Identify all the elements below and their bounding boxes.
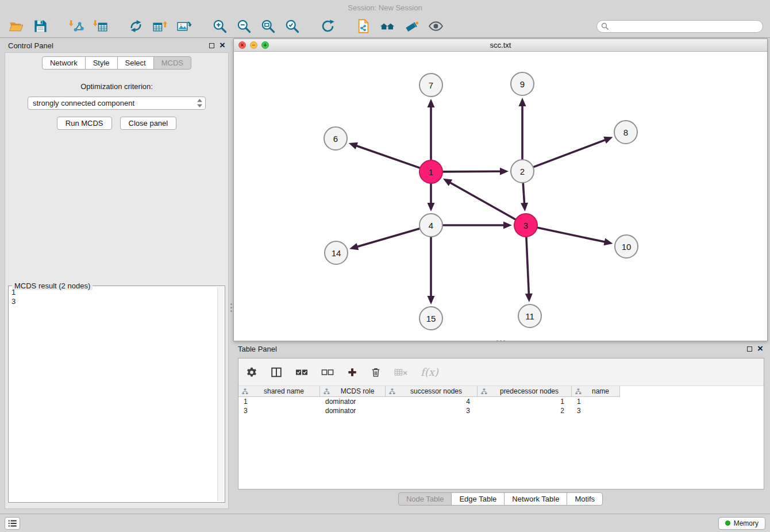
edge-1-7[interactable] <box>428 99 435 160</box>
cell-successor-nodes[interactable]: 3 <box>386 406 478 415</box>
node-10[interactable]: 10 <box>615 235 638 258</box>
memory-button[interactable]: Memory <box>718 517 765 530</box>
tab-mcds[interactable]: MCDS <box>153 56 191 70</box>
tab-style[interactable]: Style <box>85 56 118 70</box>
close-panel-icon[interactable]: × <box>220 41 225 49</box>
float-table-panel-icon[interactable] <box>747 346 752 352</box>
edge-3-1[interactable] <box>443 179 515 219</box>
close-panel-button[interactable]: Close panel <box>120 117 177 130</box>
refresh-view-icon[interactable] <box>318 17 337 36</box>
export-table-icon[interactable] <box>151 17 169 36</box>
new-network-from-selection-icon[interactable] <box>354 17 372 36</box>
tab-select[interactable]: Select <box>117 56 154 70</box>
edge-1-4[interactable] <box>428 184 435 211</box>
zoom-selected-icon[interactable] <box>283 17 301 36</box>
edge-4-15[interactable] <box>428 237 435 304</box>
table-tab-network-table[interactable]: Network Table <box>504 492 567 506</box>
table-tab-edge-table[interactable]: Edge Table <box>451 492 505 506</box>
table-toolbar: f(x) <box>238 358 764 386</box>
close-window-icon[interactable]: × <box>238 41 246 49</box>
window-controls: × − + <box>238 41 269 49</box>
edge-1-6[interactable] <box>349 142 420 168</box>
edge-1-2[interactable] <box>443 168 509 175</box>
svg-text:4: 4 <box>429 221 433 230</box>
tab-network[interactable]: Network <box>42 56 86 70</box>
network-window-titlebar[interactable]: × − + scc.txt <box>234 39 767 52</box>
node-4[interactable]: 4 <box>419 214 442 237</box>
maximize-window-icon[interactable]: + <box>261 41 269 49</box>
panel-splitter[interactable] <box>230 299 233 316</box>
add-column-icon[interactable] <box>346 367 358 378</box>
edge-4-3[interactable] <box>443 222 512 229</box>
zoom-fit-icon[interactable] <box>259 17 277 36</box>
node-6[interactable]: 6 <box>324 127 347 150</box>
deselect-all-icon[interactable] <box>321 367 334 378</box>
result-value: 3 <box>11 297 215 306</box>
node-7[interactable]: 7 <box>419 74 442 97</box>
delete-column-icon[interactable] <box>370 367 382 378</box>
edge-3-11[interactable] <box>525 237 533 302</box>
delete-table-icon[interactable] <box>394 367 409 378</box>
svg-text:8: 8 <box>623 128 628 137</box>
minimize-window-icon[interactable]: − <box>250 41 257 49</box>
style-icon[interactable] <box>402 17 421 36</box>
search-input[interactable] <box>596 20 763 33</box>
cell-shared-name[interactable]: 1 <box>238 397 320 406</box>
node-3[interactable]: 3 <box>514 214 537 237</box>
column-header-predecessor-nodes[interactable]: predecessor nodes <box>478 386 572 397</box>
node-2[interactable]: 2 <box>511 160 534 183</box>
export-image-icon[interactable] <box>175 17 193 36</box>
result-scrollbar[interactable] <box>217 287 224 501</box>
zoom-out-icon[interactable] <box>234 17 253 36</box>
node-1[interactable]: 1 <box>419 160 442 183</box>
import-network-icon[interactable] <box>67 17 85 36</box>
close-table-panel-icon[interactable]: × <box>757 345 763 353</box>
cell-mcds-role[interactable]: dominator <box>320 406 386 415</box>
cell-predecessor-nodes[interactable]: 1 <box>478 397 572 406</box>
node-14[interactable]: 14 <box>325 241 348 264</box>
attributes-gear-icon[interactable] <box>245 366 258 379</box>
zoom-in-icon[interactable] <box>210 17 229 36</box>
node-15[interactable]: 15 <box>419 307 442 330</box>
cell-name[interactable]: 1 <box>572 397 620 406</box>
task-history-button[interactable] <box>5 517 20 530</box>
split-panel-icon[interactable] <box>270 366 283 379</box>
criterion-dropdown[interactable]: strongly connected component <box>28 97 206 110</box>
column-header-mcds-role[interactable]: MCDS role <box>320 386 386 397</box>
search-icon <box>601 22 609 30</box>
cell-predecessor-nodes[interactable]: 2 <box>478 406 572 415</box>
show-graphics-details-icon[interactable] <box>426 17 445 36</box>
function-builder-icon[interactable]: f(x) <box>421 366 438 378</box>
cell-successor-nodes[interactable]: 4 <box>386 397 478 406</box>
edge-4-14[interactable] <box>349 229 419 250</box>
table-rows: 1dominator4113dominator323 <box>238 397 764 415</box>
cell-shared-name[interactable]: 3 <box>238 406 320 415</box>
node-9[interactable]: 9 <box>511 72 534 95</box>
table-panel-splitter[interactable] <box>496 340 505 342</box>
import-table-icon[interactable] <box>91 17 109 36</box>
apply-layout-icon[interactable] <box>126 17 145 36</box>
column-header-name[interactable]: name <box>572 386 620 397</box>
column-header-shared-name[interactable]: shared name <box>238 386 320 397</box>
edge-2-3[interactable] <box>521 183 528 211</box>
node-11[interactable]: 11 <box>518 304 541 327</box>
network-canvas[interactable]: 7968124314101511 <box>234 52 767 341</box>
chevron-up-down-icon <box>197 99 202 107</box>
first-neighbors-icon[interactable] <box>378 17 396 36</box>
toolbar-icon-groups <box>7 17 596 36</box>
open-session-icon[interactable] <box>7 17 25 36</box>
cell-name[interactable]: 3 <box>572 406 620 415</box>
network-window-title: scc.txt <box>490 41 511 49</box>
column-header-successor-nodes[interactable]: successor nodes <box>386 386 478 397</box>
run-mcds-button[interactable]: Run MCDS <box>57 117 112 130</box>
edge-2-8[interactable] <box>534 137 613 167</box>
float-panel-icon[interactable] <box>209 43 214 48</box>
table-tab-node-table[interactable]: Node Table <box>398 492 452 506</box>
edge-2-9[interactable] <box>519 98 526 159</box>
select-all-icon[interactable] <box>295 367 309 378</box>
table-tab-motifs[interactable]: Motifs <box>567 492 603 506</box>
cell-mcds-role[interactable]: dominator <box>320 397 386 406</box>
save-session-icon[interactable] <box>31 17 49 36</box>
node-8[interactable]: 8 <box>614 121 637 144</box>
edge-3-10[interactable] <box>538 228 613 245</box>
